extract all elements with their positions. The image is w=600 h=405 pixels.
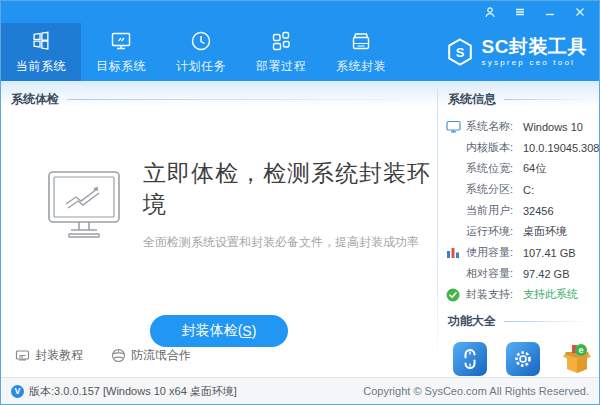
clock-icon [189,29,213,53]
info-label: 系统位宽: [466,161,523,176]
tab-system-package[interactable]: 系统封装 [321,23,401,81]
app-window: 当前系统 目标系统 计划任务 [0,0,600,405]
check-circle-icon [446,288,466,302]
info-label: 相对容量: [466,266,523,281]
section-header-system-info: 系统信息 [446,89,593,110]
info-row-relative-capacity: 相对容量: 97.42 GB [446,263,593,284]
button-text: ) [252,323,257,339]
tutorial-monitor-icon [15,349,30,363]
grid-icon [269,29,293,53]
info-value: 97.42 GB [523,268,569,280]
sidebar-tools-title: 功能大全 [448,313,496,330]
svg-text:e: e [579,345,584,355]
content-area: 系统体检 立即体检，检测系统封装环境 全面检测系统设置和封 [1,81,599,377]
version-badge-icon: V [11,385,24,398]
package-check-button[interactable]: 封装体检(S) [150,315,288,347]
info-value: 107.41 GB [523,247,576,259]
windows-icon [29,29,53,53]
section-divider [504,321,591,322]
tab-label: 系统封装 [336,58,386,75]
tab-label: 当前系统 [16,58,66,75]
button-hotkey: S [242,323,251,339]
button-text: 封装体检( [182,322,243,340]
user-icon[interactable] [483,5,497,19]
monitor-icon [109,29,133,53]
anti-rogue-link-label: 防流氓合作 [131,347,191,364]
section-divider [67,99,427,100]
system-check-panel: 系统体检 立即体检，检测系统封装环境 全面检测系统设置和封 [1,81,437,377]
version-text: 版本:3.0.0.157 [Windows 10 x64 桌面环境] [29,384,237,399]
sidebar-info-title: 系统信息 [448,91,496,108]
diagnostic-monitor-icon [43,166,125,244]
section-title: 系统体检 [11,91,59,108]
info-value: 64位 [523,161,546,176]
anti-rogue-link[interactable]: 防流氓合作 [111,347,191,364]
hero-block: 立即体检，检测系统封装环境 全面检测系统设置和封装必备文件，提高封装成功率 [43,158,437,251]
info-row-bitness: 系统位宽: 64位 [446,158,593,179]
info-value: 10.0.19045.3086 [523,142,600,154]
monitor-icon [446,120,466,133]
brand-title: SC封装工具 [482,37,587,56]
system-info-list: 系统名称: Windows 10 内核版本: 10.0.19045.3086 系… [446,116,593,305]
info-value: Windows 10 [523,121,583,133]
info-label: 运行环境: [466,224,523,239]
software-box-icon: e [560,342,594,376]
info-row-os-name: 系统名称: Windows 10 [446,116,593,137]
info-row-current-user: 当前用户: 32456 [446,200,593,221]
main-footer-links: 封装教程 防流氓合作 [1,347,437,377]
umbrella-icon [111,348,126,363]
usm-pe-icon [453,342,487,376]
tab-deploy-process[interactable]: 部署过程 [241,23,321,81]
tutorial-link-label: 封装教程 [35,347,83,364]
info-value: 32456 [523,205,554,217]
tutorial-link[interactable]: 封装教程 [15,347,83,364]
info-label: 系统分区: [466,182,523,197]
package-icon [349,29,373,53]
minimize-icon[interactable] [543,5,557,19]
svg-text:S: S [455,45,464,60]
tab-label: 目标系统 [96,58,146,75]
hero-subtitle: 全面检测系统设置和封装必备文件，提高封装成功率 [143,234,437,251]
brand-subtitle: sysprep ceo tool [482,59,587,67]
info-value: 桌面环境 [523,224,567,239]
menu-icon[interactable] [513,5,527,19]
info-row-used-capacity: 使用容量: 107.41 GB [446,242,593,263]
brand-logo: S SC封装工具 sysprep ceo tool [445,23,599,81]
nav-bar: 当前系统 目标系统 计划任务 [1,23,599,81]
tab-label: 部署过程 [256,58,306,75]
tab-current-system[interactable]: 当前系统 [1,23,81,81]
section-header-tools: 功能大全 [446,311,593,332]
info-label: 系统名称: [466,119,523,134]
status-bar: V 版本:3.0.0.157 [Windows 10 x64 桌面环境] Cop… [1,377,599,404]
bar-chart-icon [446,246,466,259]
titlebar [1,1,599,23]
info-row-partition: 系统分区: C: [446,179,593,200]
tab-target-system[interactable]: 目标系统 [81,23,161,81]
info-value: C: [523,184,534,196]
info-label: 内核版本: [466,140,523,155]
info-row-environment: 运行环境: 桌面环境 [446,221,593,242]
info-value: 支持此系统 [523,287,578,302]
section-header-system-check: 系统体检 [1,89,437,110]
driver-gear-icon [506,342,540,376]
close-icon[interactable] [573,5,587,19]
copyright-text: Copyright © SysCeo.com All Rights Reserv… [363,385,589,397]
info-row-kernel: 内核版本: 10.0.19045.3086 [446,137,593,158]
tab-scheduled-tasks[interactable]: 计划任务 [161,23,241,81]
info-label: 当前用户: [466,203,523,218]
hero-title: 立即体检，检测系统封装环境 [143,158,437,220]
info-label: 使用容量: [466,245,523,260]
hexagon-s-logo-icon: S [445,37,475,67]
info-label: 封装支持: [466,287,523,302]
tab-label: 计划任务 [176,58,226,75]
info-row-package-support: 封装支持: 支持此系统 [446,284,593,305]
section-divider [504,99,591,100]
sidebar: 系统信息 系统名称: Windows 10 内核版本: [438,81,599,377]
